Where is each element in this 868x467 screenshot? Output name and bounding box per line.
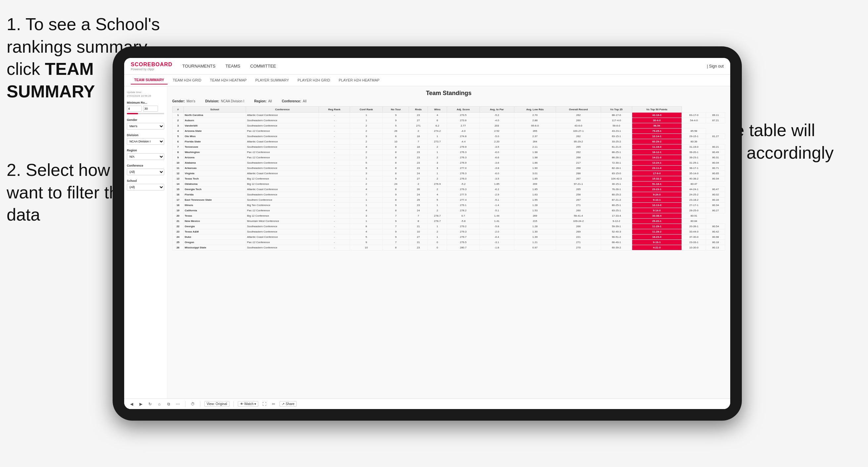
data-cell: 29 bbox=[409, 197, 428, 203]
region-select[interactable]: N/A bbox=[127, 153, 164, 160]
col-avg-par: Avg. to Par bbox=[479, 107, 514, 113]
data-cell: 80.27 bbox=[706, 208, 725, 213]
data-cell: 80.71 bbox=[706, 165, 725, 171]
data-cell: 279.9 bbox=[447, 145, 479, 150]
rank-cell: 21 bbox=[173, 219, 184, 224]
data-cell: 23 bbox=[409, 245, 428, 250]
data-cell: 276.0 bbox=[447, 176, 479, 182]
data-cell: - bbox=[319, 192, 350, 197]
data-cell: - bbox=[319, 155, 350, 160]
toolbar-reload[interactable]: ↻ bbox=[147, 401, 153, 407]
toolbar-scissor[interactable]: ✂ bbox=[270, 401, 277, 407]
toolbar-expand[interactable]: ⛶ bbox=[261, 401, 268, 407]
points-cell: 79-25-1 bbox=[632, 128, 682, 134]
data-cell: - bbox=[319, 118, 350, 123]
max-ranking-input[interactable] bbox=[143, 106, 158, 112]
toolbar-time[interactable]: ⏱ bbox=[189, 401, 196, 407]
subnav-player-h2h-heatmap[interactable]: PLAYER H2H HEATMAP bbox=[336, 76, 383, 84]
update-time: Update time: 27/03/2024 16:56:26 bbox=[127, 90, 164, 98]
nav-signout[interactable]: | Sign out bbox=[707, 64, 724, 68]
rank-cell: 2 bbox=[173, 118, 184, 123]
data-cell: 4 bbox=[350, 187, 383, 192]
data-cell: 3.01 bbox=[514, 171, 556, 176]
data-cell: 1.85 bbox=[479, 182, 514, 187]
data-cell: 80.54 bbox=[706, 224, 725, 229]
toolbar-watch[interactable]: 👁 Watch ▾ bbox=[238, 401, 259, 407]
table-row: 2AuburnSoutheastern Conference-19276273.… bbox=[173, 118, 725, 123]
data-cell: 278.2 bbox=[447, 208, 479, 213]
subnav-player-summary[interactable]: PLAYER SUMMARY bbox=[252, 76, 292, 84]
data-cell: 2 bbox=[350, 128, 383, 134]
subnav-team-summary[interactable]: TEAM SUMMARY bbox=[131, 76, 167, 85]
data-cell: 40-38-2 bbox=[682, 176, 706, 182]
toolbar-back[interactable]: ◀ bbox=[128, 401, 135, 407]
subnav-team-h2h-grid[interactable]: TEAM H2H GRID bbox=[169, 76, 205, 84]
table-row: 9ArizonaPac-12 Conference-28232276.3-6.6… bbox=[173, 155, 725, 160]
data-cell: 80.49 bbox=[706, 150, 725, 155]
school-select[interactable]: (All) bbox=[127, 184, 164, 190]
data-cell: 1.90 bbox=[514, 165, 556, 171]
data-cell: 43-6-0 bbox=[556, 123, 601, 128]
nav-tournaments[interactable]: TOURNAMENTS bbox=[183, 62, 216, 70]
points-cell: 15-32-2 bbox=[632, 176, 682, 182]
gender-select[interactable]: Men's bbox=[127, 123, 164, 129]
school-cell: New Mexico bbox=[183, 219, 246, 224]
data-cell: 2.52 bbox=[479, 128, 514, 134]
data-cell: 21 bbox=[409, 240, 428, 245]
data-cell: 1.30 bbox=[514, 229, 556, 235]
data-cell: 10 bbox=[383, 139, 409, 145]
min-ranking-input[interactable] bbox=[127, 106, 142, 112]
data-cell: 7 bbox=[383, 224, 409, 229]
ranking-slider[interactable] bbox=[127, 113, 164, 114]
data-cell: 9 bbox=[350, 240, 383, 245]
data-cell: 9 bbox=[383, 203, 409, 208]
data-cell: 4 bbox=[350, 208, 383, 213]
data-cell: 8 bbox=[383, 165, 409, 171]
data-cell: 85.58 bbox=[682, 128, 706, 134]
data-cell: 29-15-1 bbox=[682, 134, 706, 139]
data-cell: 1 bbox=[350, 203, 383, 208]
data-cell: 268 bbox=[556, 155, 601, 160]
school-cell: Arizona State bbox=[183, 128, 246, 134]
subnav-team-h2h-heatmap[interactable]: TEAM H2H HEATMAP bbox=[207, 76, 250, 84]
data-cell: 278.7 bbox=[428, 213, 447, 219]
table-row: 8WashingtonPac-12 Conference-28231276.3-… bbox=[173, 150, 725, 155]
table-row: 10AlabamaSoutheastern Conference-5823327… bbox=[173, 160, 725, 165]
nav-committee[interactable]: COMMITTEE bbox=[250, 62, 276, 70]
nav-teams[interactable]: TEAMS bbox=[225, 62, 241, 70]
division-select[interactable]: NCAA Division I bbox=[127, 138, 164, 145]
data-cell: - bbox=[319, 187, 350, 192]
subnav-player-h2h-grid[interactable]: PLAYER H2H GRID bbox=[294, 76, 334, 84]
data-cell: 0 bbox=[428, 240, 447, 245]
data-cell: 1 bbox=[350, 118, 383, 123]
data-cell: 279.5 bbox=[447, 240, 479, 245]
rank-cell: 14 bbox=[173, 182, 184, 187]
data-cell: 1.53 bbox=[514, 208, 556, 213]
conference-select[interactable]: (All) bbox=[127, 168, 164, 175]
data-cell: - bbox=[319, 160, 350, 165]
toolbar-copy[interactable]: ⧉ bbox=[165, 401, 172, 407]
data-cell: 265 bbox=[514, 128, 556, 134]
school-cell: Washington bbox=[183, 150, 246, 155]
standings-table: # School Conference Reg Rank Conf Rank N… bbox=[172, 106, 725, 250]
data-cell: -6.0 bbox=[479, 150, 514, 155]
data-cell: 264 bbox=[514, 139, 556, 145]
toolbar-forward[interactable]: ▶ bbox=[137, 401, 144, 407]
data-cell: 33-25-2 bbox=[601, 139, 632, 145]
rank-cell: 18 bbox=[173, 203, 184, 208]
school-cell: Auburn bbox=[183, 118, 246, 123]
data-cell: 4 bbox=[350, 229, 383, 235]
toolbar-share[interactable]: ↗ Share bbox=[280, 401, 297, 407]
filter-gender: Gender Men's bbox=[127, 118, 164, 129]
toolbar-dots[interactable]: ⋯ bbox=[175, 401, 181, 407]
school-cell: Texas A&M bbox=[183, 229, 246, 235]
rank-cell: 4 bbox=[173, 128, 184, 134]
school-cell: Oregon bbox=[183, 240, 246, 245]
data-cell: 44-24-1 bbox=[682, 187, 706, 192]
data-cell: - bbox=[319, 182, 350, 187]
toolbar-view-original[interactable]: View: Original bbox=[204, 401, 229, 407]
toolbar-home[interactable]: ⌂ bbox=[156, 401, 163, 407]
conf-cell: Big 12 Conference bbox=[246, 213, 319, 219]
data-cell: -3.5 bbox=[479, 145, 514, 150]
data-cell: 23 bbox=[409, 165, 428, 171]
